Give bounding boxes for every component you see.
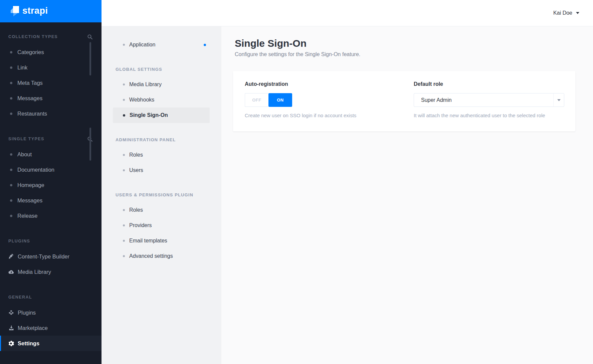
- strapi-logo[interactable]: strapi: [0, 0, 102, 22]
- chevron-down-icon: [557, 99, 561, 101]
- auto-registration-help: Create new user on SSO login if no accou…: [245, 113, 414, 118]
- bullet-icon: [10, 66, 12, 69]
- subnav-item-providers[interactable]: Providers: [113, 218, 210, 233]
- user-name: Kai Doe: [553, 10, 572, 16]
- sidebar-scrollbar[interactable]: [89, 42, 91, 75]
- bullet-icon: [10, 97, 12, 100]
- subnav-item-roles-admin[interactable]: Roles: [113, 147, 210, 163]
- sidebar-item-categories[interactable]: Categories: [0, 44, 102, 60]
- bullet-icon: [123, 154, 125, 156]
- sidebar-section-general: GENERAL Plugins Marketplace Settings: [0, 290, 102, 351]
- sidebar-section-collection-types: COLLECTION TYPES Categories Link Meta Ta…: [0, 29, 102, 121]
- section-heading: GENERAL: [8, 295, 32, 300]
- page-title: Single Sign-On: [233, 37, 593, 49]
- sidebar-item-label: About: [17, 151, 32, 158]
- sidebar-item-messages[interactable]: Messages: [0, 90, 102, 106]
- download-icon: [8, 325, 14, 331]
- settings-subnav: Application GLOBAL SETTINGS Media Librar…: [102, 26, 221, 364]
- sidebar-section-plugins: PLUGINS Content-Type Builder Media Libra…: [0, 233, 102, 280]
- sidebar-scrollbar[interactable]: [89, 128, 91, 161]
- sidebar-section-single-types: SINGLE TYPES About Documentation Homepag…: [0, 131, 102, 223]
- default-role-label: Default role: [414, 81, 564, 88]
- sidebar-item-homepage[interactable]: Homepage: [0, 177, 102, 193]
- sidebar-item-label: Messages: [17, 197, 42, 204]
- bullet-icon: [123, 255, 125, 257]
- sidebar-item-label: Release: [17, 213, 38, 219]
- subnav-item-roles-up[interactable]: Roles: [113, 202, 210, 218]
- subnav-item-users[interactable]: Users: [113, 163, 210, 178]
- sidebar-item-label: Meta Tags: [17, 80, 43, 86]
- search-icon[interactable]: [87, 34, 92, 39]
- subnav-item-label: Roles: [129, 152, 143, 158]
- sidebar-item-label: Documentation: [17, 167, 54, 173]
- paintbrush-icon: [8, 254, 14, 259]
- subnav-item-email-templates[interactable]: Email templates: [113, 233, 210, 248]
- gear-icon: [8, 341, 14, 346]
- subnav-item-single-sign-on[interactable]: Single Sign-On: [113, 108, 210, 123]
- sidebar-item-label: Media Library: [18, 269, 51, 275]
- section-heading: GLOBAL SETTINGS: [116, 67, 162, 72]
- toggle-off-button[interactable]: OFF: [245, 93, 268, 107]
- subnav-item-application[interactable]: Application: [113, 37, 210, 52]
- strapi-logo-text: strapi: [22, 6, 48, 16]
- default-role-value: Super Admin: [421, 97, 452, 103]
- toggle-on-button[interactable]: ON: [268, 93, 292, 107]
- sidebar-item-label: Content-Type Builder: [18, 253, 69, 260]
- subnav-item-webhooks[interactable]: Webhooks: [113, 92, 210, 108]
- subnav-section-users-permissions: USERS & PERMISSIONS PLUGIN Roles Provide…: [102, 187, 221, 264]
- sidebar-item-about[interactable]: About: [0, 147, 102, 162]
- sidebar-item-label: Messages: [17, 95, 42, 102]
- right-column: Kai Doe Application GLOBAL SETTINGS Medi…: [102, 0, 593, 364]
- default-role-help: It will attach the new authenticated use…: [414, 113, 564, 118]
- main-sidebar: strapi COLLECTION TYPES Categories Link …: [0, 0, 102, 364]
- subnav-section-administration-panel: ADMINISTRATION PANEL Roles Users: [102, 132, 221, 178]
- sidebar-item-label: Plugins: [18, 310, 36, 316]
- sidebar-item-content-type-builder[interactable]: Content-Type Builder: [0, 249, 102, 264]
- subnav-item-label: Media Library: [129, 81, 162, 87]
- page-subtitle: Configure the settings for the Single Si…: [233, 51, 593, 57]
- subnav-item-label: Providers: [129, 222, 152, 228]
- section-heading: SINGLE TYPES: [8, 137, 44, 141]
- subnav-item-advanced-settings[interactable]: Advanced settings: [113, 248, 210, 264]
- default-role-select[interactable]: Super Admin: [414, 93, 564, 107]
- sidebar-item-release[interactable]: Release: [0, 208, 102, 223]
- bullet-icon: [10, 215, 12, 217]
- cloud-upload-icon: [8, 269, 14, 275]
- subnav-item-label: Email templates: [129, 238, 167, 244]
- cubes-icon: [8, 310, 14, 316]
- auto-registration-label: Auto-registration: [245, 81, 414, 88]
- top-bar: Kai Doe: [102, 0, 593, 26]
- bullet-icon: [10, 82, 12, 84]
- subnav-item-label: Webhooks: [129, 97, 154, 103]
- sidebar-item-link[interactable]: Link: [0, 60, 102, 75]
- sidebar-item-media-library[interactable]: Media Library: [0, 264, 102, 280]
- sidebar-item-label: Settings: [18, 340, 39, 347]
- bullet-icon: [10, 113, 12, 115]
- auto-registration-toggle[interactable]: OFF ON: [245, 93, 292, 107]
- sidebar-item-label: Categories: [17, 49, 44, 55]
- sidebar-item-messages-single[interactable]: Messages: [0, 193, 102, 208]
- section-heading: COLLECTION TYPES: [8, 34, 58, 39]
- sidebar-item-restaurants[interactable]: Restaurants: [0, 106, 102, 121]
- subnav-item-label: Roles: [129, 207, 143, 213]
- section-heading: USERS & PERMISSIONS PLUGIN: [116, 192, 193, 197]
- notification-dot: [204, 44, 206, 46]
- sidebar-item-documentation[interactable]: Documentation: [0, 162, 102, 177]
- main-content: Single Sign-On Configure the settings fo…: [221, 26, 593, 364]
- sidebar-item-marketplace[interactable]: Marketplace: [0, 320, 102, 336]
- bullet-icon: [10, 153, 12, 156]
- subnav-item-media-library[interactable]: Media Library: [113, 77, 210, 92]
- select-caret-zone[interactable]: [553, 94, 564, 107]
- user-menu[interactable]: Kai Doe: [553, 10, 579, 16]
- bullet-icon: [123, 169, 125, 171]
- bullet-icon: [123, 114, 125, 117]
- subnav-item-label: Users: [129, 167, 143, 173]
- section-heading: ADMINISTRATION PANEL: [116, 137, 176, 142]
- sidebar-item-label: Marketplace: [18, 325, 48, 331]
- sidebar-item-label: Link: [17, 64, 27, 71]
- bullet-icon: [123, 209, 125, 211]
- bullet-icon: [10, 199, 12, 202]
- sidebar-item-meta-tags[interactable]: Meta Tags: [0, 75, 102, 90]
- sidebar-item-settings[interactable]: Settings: [0, 336, 102, 351]
- sidebar-item-plugins[interactable]: Plugins: [0, 305, 102, 320]
